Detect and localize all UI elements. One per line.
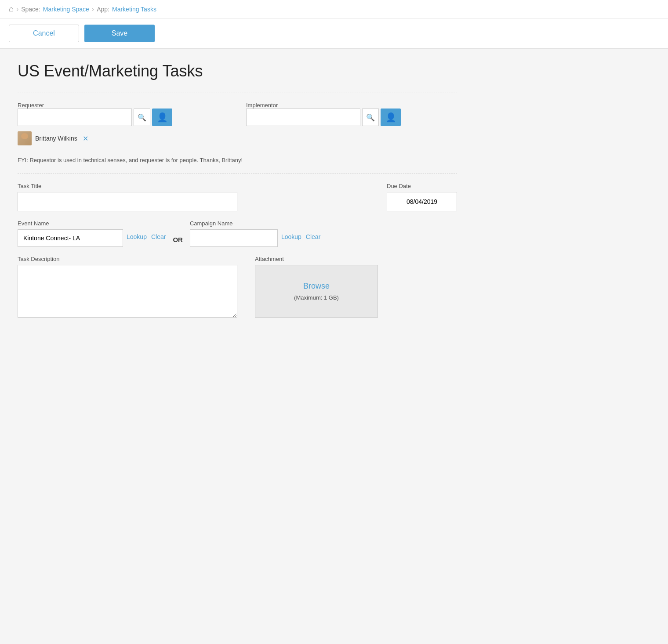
attachment-label: Attachment <box>255 256 378 262</box>
attachment-box: Browse (Maximum: 1 GB) <box>255 265 378 318</box>
campaign-name-input[interactable] <box>190 229 278 247</box>
breadcrumb-bar: ⌂ › Space: Marketing Space › App: Market… <box>0 0 668 18</box>
implementor-label: Implementor <box>246 102 457 109</box>
breadcrumb-app-link[interactable]: Marketing Tasks <box>112 6 156 13</box>
section-divider-1 <box>18 93 457 93</box>
implementor-person-button[interactable]: 👤 <box>381 109 401 126</box>
event-campaign-row: Event Name Lookup Clear OR Campaign Name… <box>18 220 457 247</box>
section-divider-2 <box>18 174 457 174</box>
event-name-label: Event Name <box>18 220 166 227</box>
requester-input[interactable] <box>18 109 132 126</box>
campaign-clear-button[interactable]: Clear <box>306 233 320 240</box>
task-description-label: Task Description <box>18 256 237 262</box>
task-title-label: Task Title <box>18 183 369 189</box>
requester-user-tag: Brittany Wilkins ✕ <box>18 130 229 147</box>
requester-person-button[interactable]: 👤 <box>152 109 172 126</box>
campaign-lookup-clear: Lookup Clear <box>281 233 320 243</box>
home-icon[interactable]: ⌂ <box>9 4 14 14</box>
breadcrumb-app-label: App: <box>97 6 109 13</box>
task-description-group: Task Description <box>18 256 237 318</box>
implementor-input[interactable] <box>246 109 360 126</box>
implementor-search-button[interactable]: 🔍 <box>362 109 379 126</box>
event-lookup-clear: Lookup Clear <box>127 233 166 243</box>
form-title: US Event/Marketing Tasks <box>18 62 457 80</box>
attachment-group: Attachment Browse (Maximum: 1 GB) <box>255 256 378 318</box>
person-icon: 👤 <box>157 112 168 123</box>
fyi-note: FYI: Requestor is used in technical sens… <box>18 156 457 165</box>
requester-remove-button[interactable]: ✕ <box>81 134 90 143</box>
breadcrumb-space-link[interactable]: Marketing Space <box>43 6 89 13</box>
requester-search-button[interactable]: 🔍 <box>134 109 150 126</box>
task-title-input[interactable] <box>18 192 237 211</box>
requester-avatar <box>18 131 32 145</box>
campaign-name-group: Campaign Name Lookup Clear <box>190 220 320 247</box>
task-title-due-date-row: Task Title Due Date <box>18 183 457 211</box>
attachment-max-note: (Maximum: 1 GB) <box>294 294 339 301</box>
search-icon: 🔍 <box>138 113 146 122</box>
task-description-textarea[interactable] <box>18 265 237 318</box>
event-lookup-button[interactable]: Lookup <box>127 233 147 240</box>
save-button[interactable]: Save <box>84 25 155 42</box>
search-icon-2: 🔍 <box>366 113 375 122</box>
campaign-name-label: Campaign Name <box>190 220 320 227</box>
task-title-group: Task Title <box>18 183 369 211</box>
requester-implementor-row: Requester 🔍 👤 Brittany Wilkins ✕ Impleme… <box>18 102 457 147</box>
requester-input-row: 🔍 👤 <box>18 109 229 126</box>
requester-group: Requester 🔍 👤 Brittany Wilkins ✕ <box>18 102 229 147</box>
campaign-lookup-button[interactable]: Lookup <box>281 233 301 240</box>
requester-user-name: Brittany Wilkins <box>35 135 77 142</box>
requester-label: Requester <box>18 102 229 109</box>
description-attachment-row: Task Description Attachment Browse (Maxi… <box>18 256 457 318</box>
breadcrumb-sep-1: › <box>16 5 18 13</box>
main-content: US Event/Marketing Tasks Requester 🔍 👤 B… <box>0 49 475 331</box>
person-icon-2: 👤 <box>385 112 396 123</box>
or-label: OR <box>173 236 183 247</box>
breadcrumb-space-label: Space: <box>21 6 40 13</box>
event-name-input[interactable] <box>18 229 123 247</box>
implementor-group: Implementor 🔍 👤 <box>246 102 457 147</box>
event-clear-button[interactable]: Clear <box>151 233 166 240</box>
due-date-input[interactable] <box>387 192 457 211</box>
event-name-group: Event Name Lookup Clear <box>18 220 166 247</box>
browse-button[interactable]: Browse <box>303 282 330 291</box>
due-date-group: Due Date <box>387 183 457 211</box>
implementor-input-row: 🔍 👤 <box>246 109 457 126</box>
cancel-button[interactable]: Cancel <box>9 25 79 42</box>
breadcrumb-sep-2: › <box>92 5 94 13</box>
toolbar: Cancel Save <box>0 18 668 49</box>
due-date-label: Due Date <box>387 183 457 189</box>
